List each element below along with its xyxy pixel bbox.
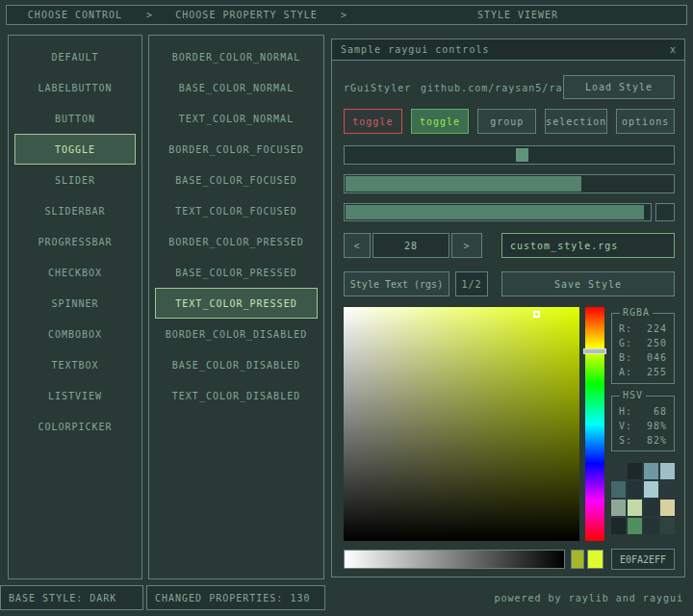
- property-item-border-color-pressed[interactable]: BORDER_COLOR_PRESSED: [149, 226, 323, 257]
- slider-handle[interactable]: [516, 148, 528, 162]
- palette-swatch[interactable]: [628, 518, 642, 534]
- chevron-right-icon: >: [338, 10, 349, 20]
- property-item-border-color-focused[interactable]: BORDER_COLOR_FOCUSED: [149, 134, 323, 165]
- palette-swatch[interactable]: [611, 463, 626, 479]
- palette-swatch[interactable]: [660, 500, 675, 516]
- filename-textbox[interactable]: custom_style.rgs: [501, 233, 675, 258]
- spinner-decrement-button[interactable]: <: [344, 233, 371, 258]
- slider[interactable]: [344, 145, 675, 165]
- property-item-text-color-pressed[interactable]: TEXT_COLOR_PRESSED: [155, 288, 318, 319]
- progress-fill: [346, 176, 581, 192]
- sidebar-item-spinner[interactable]: SPINNER: [9, 288, 141, 319]
- sidebar-item-textbox[interactable]: TEXTBOX: [9, 349, 141, 380]
- palette-swatch[interactable]: [644, 518, 658, 534]
- color-picker-cursor[interactable]: [533, 311, 540, 318]
- hsv-panel-title: HSV: [620, 390, 646, 400]
- sidebar-item-button[interactable]: BUTTON: [9, 103, 141, 134]
- properties-list-panel: BORDER_COLOR_NORMAL BASE_COLOR_NORMAL TE…: [148, 35, 324, 579]
- hex-value-box[interactable]: E0FA2EFF: [611, 549, 675, 570]
- property-item-text-color-disabled[interactable]: TEXT_COLOR_DISABLED: [149, 380, 323, 411]
- toggle-button-active[interactable]: toggle: [411, 109, 470, 134]
- rgba-row-a: A:255: [619, 365, 667, 379]
- status-base-style: BASE STYLE: DARK: [0, 585, 143, 610]
- chevron-right-icon: >: [143, 10, 155, 20]
- spinner-value[interactable]: 28: [372, 233, 449, 258]
- alt-color-swatch[interactable]: [571, 550, 584, 569]
- property-item-border-color-normal[interactable]: BORDER_COLOR_NORMAL: [149, 41, 323, 72]
- toggle-group-item-options[interactable]: options: [616, 109, 675, 134]
- hue-slider-handle[interactable]: [583, 348, 606, 354]
- sidebar-item-colorpicker[interactable]: COLORPICKER: [9, 411, 141, 442]
- app-name-label: rGuiStyler: [344, 76, 411, 99]
- hsv-row-v: V:98%: [619, 419, 667, 433]
- slider-bar-fill: [346, 205, 644, 219]
- palette-swatch[interactable]: [611, 500, 626, 516]
- property-item-text-color-focused[interactable]: TEXT_COLOR_FOCUSED: [149, 195, 323, 226]
- sidebar-item-slider[interactable]: SLIDER: [9, 165, 141, 195]
- selected-color-swatch: [587, 550, 603, 569]
- sidebar-item-progressbar[interactable]: PROGRESSBAR: [9, 226, 141, 257]
- palette-swatch[interactable]: [644, 463, 658, 479]
- toggle-group-item-selection[interactable]: selection: [545, 109, 607, 134]
- sidebar-item-sliderbar[interactable]: SLIDERBAR: [9, 195, 141, 226]
- hue-slider[interactable]: [585, 307, 604, 541]
- powered-by-label: powered by raylib and raygui: [494, 585, 683, 610]
- palette-swatch[interactable]: [628, 500, 642, 516]
- palette-swatch[interactable]: [628, 481, 642, 498]
- breadcrumb-style-viewer: STYLE VIEWER: [349, 10, 686, 20]
- palette-grid: [611, 463, 675, 536]
- rgba-row-r: R:224: [619, 321, 667, 336]
- hsv-row-h: H:68: [619, 404, 667, 419]
- grayscale-bar[interactable]: [344, 550, 565, 569]
- controls-list-panel: DEFAULT LABELBUTTON BUTTON TOGGLE SLIDER…: [8, 35, 142, 579]
- rgba-row-b: B:046: [619, 350, 667, 365]
- slider-bar[interactable]: [344, 203, 652, 221]
- status-bar: BASE STYLE: DARK CHANGED PROPERTIES: 130…: [0, 585, 693, 610]
- sample-controls-window: Sample raygui controls x rGuiStyler gith…: [331, 38, 685, 578]
- breadcrumb-choose-control: CHOOSE CONTROL: [7, 10, 143, 20]
- breadcrumb-choose-property-style: CHOOSE PROPERTY STYLE: [155, 10, 338, 20]
- property-item-base-color-disabled[interactable]: BASE_COLOR_DISABLED: [149, 349, 323, 380]
- rgba-row-g: G:250: [619, 336, 667, 350]
- hsv-panel: HSV H:68 V:98% S:82%: [611, 396, 675, 451]
- palette-swatch[interactable]: [660, 481, 675, 498]
- property-item-border-color-disabled[interactable]: BORDER_COLOR_DISABLED: [149, 319, 323, 349]
- toggle-row: toggle toggle group selection options: [344, 109, 675, 134]
- sidebar-item-combobox[interactable]: COMBOBOX: [9, 319, 141, 349]
- page-indicator[interactable]: 1/2: [455, 271, 488, 296]
- rgba-panel: RGBA R:224 G:250 B:046 A:255: [611, 313, 675, 384]
- toggle-button-pressed-preview[interactable]: toggle: [344, 109, 402, 134]
- palette-swatch[interactable]: [660, 463, 675, 479]
- color-picker-gradient[interactable]: [344, 307, 579, 541]
- sidebar-item-checkbox[interactable]: CHECKBOX: [9, 257, 141, 288]
- checkbox[interactable]: [655, 203, 675, 221]
- window-title: Sample raygui controls: [341, 44, 489, 55]
- sidebar-item-default[interactable]: DEFAULT: [9, 41, 141, 72]
- palette-swatch[interactable]: [644, 500, 658, 516]
- progress-bar: [344, 174, 675, 193]
- sidebar-item-listview[interactable]: LISTVIEW: [9, 380, 141, 411]
- palette-swatch[interactable]: [611, 481, 626, 498]
- status-changed-properties: CHANGED PROPERTIES: 130: [146, 585, 325, 610]
- breadcrumb: CHOOSE CONTROL > CHOOSE PROPERTY STYLE >…: [6, 5, 687, 25]
- hsv-row-s: S:82%: [619, 433, 667, 448]
- close-icon[interactable]: x: [670, 44, 676, 55]
- toggle-group-item-group[interactable]: group: [477, 109, 536, 134]
- sidebar-item-labelbutton[interactable]: LABELBUTTON: [9, 72, 141, 103]
- spinner-increment-button[interactable]: >: [451, 233, 482, 258]
- style-text-button[interactable]: Style Text (rgs): [344, 271, 449, 296]
- save-style-button[interactable]: Save Style: [501, 271, 675, 296]
- sidebar-item-toggle[interactable]: TOGGLE: [14, 134, 136, 165]
- palette-swatch[interactable]: [644, 481, 658, 498]
- property-item-base-color-pressed[interactable]: BASE_COLOR_PRESSED: [149, 257, 323, 288]
- rgba-panel-title: RGBA: [620, 307, 653, 318]
- property-item-base-color-normal[interactable]: BASE_COLOR_NORMAL: [149, 72, 323, 103]
- palette-swatch[interactable]: [660, 518, 675, 534]
- load-style-button[interactable]: Load Style: [563, 75, 675, 99]
- property-item-base-color-focused[interactable]: BASE_COLOR_FOCUSED: [149, 165, 323, 195]
- palette-swatch[interactable]: [628, 463, 642, 479]
- property-item-text-color-normal[interactable]: TEXT_COLOR_NORMAL: [149, 103, 323, 134]
- palette-swatch[interactable]: [611, 518, 626, 534]
- window-titlebar: Sample raygui controls x: [332, 39, 684, 61]
